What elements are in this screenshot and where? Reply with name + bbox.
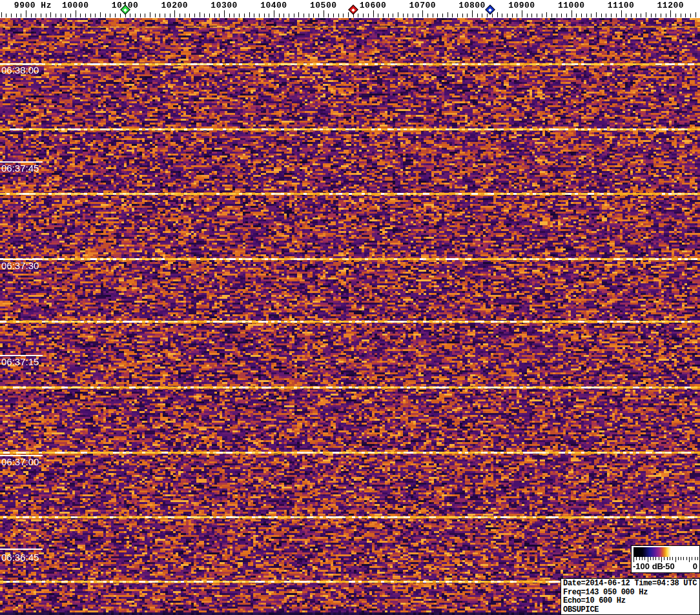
freq-label-10200: 10200 <box>161 1 189 10</box>
freq-label-10400: 10400 <box>260 1 287 10</box>
freq-label-11200: 11200 <box>657 1 685 10</box>
scale-max-label: 0 <box>693 561 697 571</box>
freq-label-11100: 11100 <box>608 1 635 10</box>
freq-label-10800: 10800 <box>458 1 486 10</box>
color-scale-legend: -100 dB -50 0 <box>631 545 700 573</box>
info-station: OBSUPICE <box>563 606 699 615</box>
freq-label-10600: 10600 <box>360 1 387 10</box>
frequency-ruler: 9900 Hz100001010010200103001040010500106… <box>0 0 700 18</box>
freq-label-9900: 9900 Hz <box>14 1 52 10</box>
color-scale-labels: -100 dB -50 0 <box>632 561 699 573</box>
color-scale-gradient <box>633 547 698 557</box>
freq-label-10300: 10300 <box>211 1 238 10</box>
freq-label-10900: 10900 <box>508 1 535 10</box>
scale-mid-label: -50 <box>663 561 675 571</box>
observation-info-box: Date=2014-06-12 Time=04:38 UTC Freq=143 … <box>561 578 700 615</box>
freq-label-10500: 10500 <box>310 1 337 10</box>
scale-min-label: -100 dB <box>633 561 663 571</box>
freq-label-10000: 10000 <box>62 1 89 10</box>
info-echo: Echo=10 600 Hz <box>563 597 699 606</box>
freq-label-10700: 10700 <box>409 1 437 10</box>
info-date-time: Date=2014-06-12 Time=04:38 UTC <box>563 580 699 589</box>
spectrogram-waterfall <box>0 18 700 615</box>
freq-label-11000: 11000 <box>558 1 585 10</box>
info-frequency: Freq=143 050 000 Hz <box>563 589 699 598</box>
